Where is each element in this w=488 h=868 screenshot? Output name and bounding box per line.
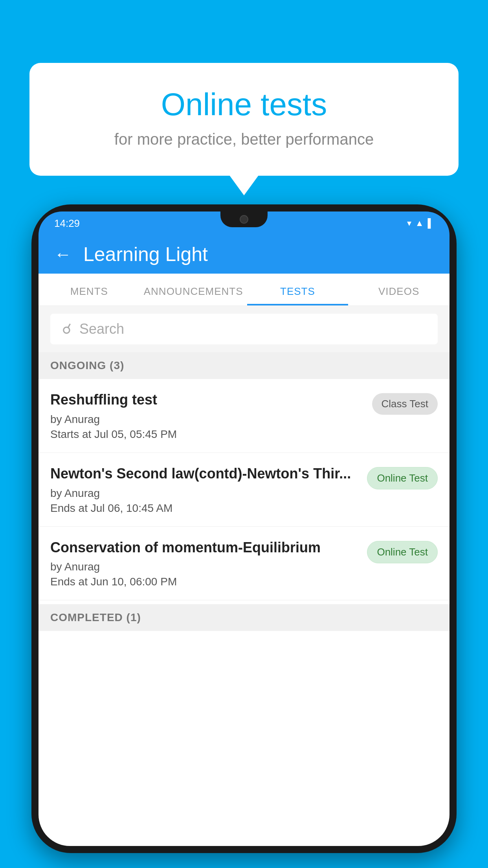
- app-header: ← Learning Light: [39, 235, 449, 274]
- test-name: Conservation of momentum-Equilibrium: [50, 539, 359, 557]
- tabs-bar: MENTS ANNOUNCEMENTS TESTS VIDEOS: [39, 274, 449, 306]
- search-bar-wrapper: ☌ Search: [39, 306, 449, 352]
- test-author: by Anurag: [50, 561, 359, 573]
- tab-tests[interactable]: TESTS: [247, 274, 349, 305]
- status-time: 14:29: [54, 217, 80, 230]
- completed-section-header: COMPLETED (1): [39, 604, 449, 631]
- speech-bubble-wrapper: Online tests for more practice, better p…: [29, 63, 459, 176]
- test-info: Newton's Second law(contd)-Newton's Thir…: [50, 465, 367, 515]
- test-badge: Online Test: [367, 541, 438, 563]
- test-name: Newton's Second law(contd)-Newton's Thir…: [50, 465, 359, 483]
- test-name: Reshuffling test: [50, 391, 364, 409]
- back-button[interactable]: ←: [54, 245, 72, 264]
- test-date: Ends at Jun 10, 06:00 PM: [50, 576, 359, 588]
- status-icons: ▾ ▲ ▌: [407, 218, 434, 228]
- search-placeholder: Search: [79, 321, 124, 337]
- test-item-reshuffling[interactable]: Reshuffling test by Anurag Starts at Jul…: [39, 379, 449, 453]
- test-author: by Anurag: [50, 487, 359, 500]
- test-item-newtons[interactable]: Newton's Second law(contd)-Newton's Thir…: [39, 453, 449, 527]
- test-badge: Online Test: [367, 467, 438, 489]
- search-icon: ☌: [62, 321, 72, 337]
- test-item-conservation[interactable]: Conservation of momentum-Equilibrium by …: [39, 527, 449, 601]
- phone-screen: ← Learning Light MENTS ANNOUNCEMENTS TES…: [39, 235, 449, 846]
- test-badge: Class Test: [372, 393, 438, 415]
- test-date: Starts at Jul 05, 05:45 PM: [50, 428, 364, 441]
- camera: [240, 215, 248, 224]
- phone-wrapper: 14:29 ▾ ▲ ▌ ← Learning Light MENTS: [31, 204, 457, 868]
- status-bar: 14:29 ▾ ▲ ▌: [39, 211, 449, 235]
- test-info: Conservation of momentum-Equilibrium by …: [50, 539, 367, 588]
- test-author: by Anurag: [50, 413, 364, 426]
- search-bar[interactable]: ☌ Search: [50, 314, 438, 344]
- notch: [220, 211, 268, 227]
- test-list: Reshuffling test by Anurag Starts at Jul…: [39, 379, 449, 600]
- ongoing-section-header: ONGOING (3): [39, 352, 449, 379]
- phone: 14:29 ▾ ▲ ▌ ← Learning Light MENTS: [31, 204, 457, 853]
- tab-videos[interactable]: VIDEOS: [348, 274, 449, 305]
- wifi-icon: ▾: [407, 218, 411, 228]
- bubble-subtitle: for more practice, better performance: [61, 131, 427, 148]
- app-title: Learning Light: [83, 243, 208, 266]
- battery-icon: ▌: [427, 218, 434, 228]
- test-info: Reshuffling test by Anurag Starts at Jul…: [50, 391, 372, 441]
- speech-bubble: Online tests for more practice, better p…: [29, 63, 459, 176]
- tab-announcements[interactable]: ANNOUNCEMENTS: [140, 274, 247, 305]
- test-date: Ends at Jul 06, 10:45 AM: [50, 502, 359, 515]
- bubble-title: Online tests: [61, 86, 427, 123]
- tab-ments[interactable]: MENTS: [39, 274, 140, 305]
- signal-icon: ▲: [415, 218, 424, 228]
